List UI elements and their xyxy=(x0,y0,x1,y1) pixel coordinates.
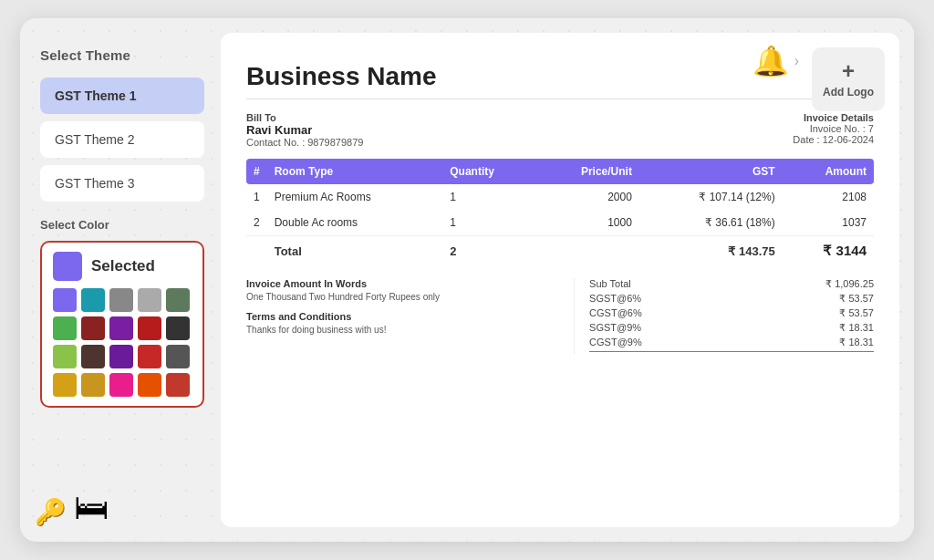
cell-total-empty2 xyxy=(535,236,639,266)
color-swatch-10[interactable] xyxy=(53,345,77,368)
sidebar: Select Theme GST Theme 1 GST Theme 2 GST… xyxy=(20,18,221,542)
color-swatch-4[interactable] xyxy=(166,288,190,312)
cell-no: 2 xyxy=(246,210,267,236)
invoice-details-section: Invoice Details Invoice No. : 7 Date : 1… xyxy=(793,112,874,148)
bottom-icons: 🔑 🛏 xyxy=(35,488,109,527)
tax-value: ₹ 18.31 xyxy=(839,337,874,348)
color-selector-box: Selected xyxy=(40,241,204,408)
tax-row-0: Sub Total₹ 1,096.25 xyxy=(589,278,874,290)
theme-item-gst3[interactable]: GST Theme 3 xyxy=(40,165,204,202)
col-no: # xyxy=(246,159,267,184)
divider xyxy=(246,99,874,99)
bill-to-label: Bill To xyxy=(246,112,363,123)
terms-text: Thanks for doing business with us! xyxy=(246,325,559,335)
selected-color-row: Selected xyxy=(53,252,192,281)
selected-color-swatch xyxy=(53,252,82,281)
color-swatch-13[interactable] xyxy=(138,345,161,368)
cell-total-qty: 2 xyxy=(442,236,535,266)
main-container: Select Theme GST Theme 1 GST Theme 2 GST… xyxy=(20,18,914,542)
bill-to-section: Bill To Ravi Kumar Contact No. : 9879879… xyxy=(246,112,363,148)
color-swatch-17[interactable] xyxy=(109,373,133,397)
cell-gst: ₹ 36.61 (18%) xyxy=(639,210,783,236)
theme-list: GST Theme 1 GST Theme 2 GST Theme 3 xyxy=(40,78,204,202)
cell-total-amount: ₹ 3144 xyxy=(783,236,874,266)
color-swatch-6[interactable] xyxy=(81,316,105,340)
col-quantity: Quantity xyxy=(442,159,535,184)
add-logo-label: Add Logo xyxy=(823,86,874,99)
color-swatch-16[interactable] xyxy=(81,373,105,397)
tax-row-3: SGST@9%₹ 18.31 xyxy=(589,322,874,334)
contact-number: Contact No. : 9879879879 xyxy=(246,137,363,148)
left-bottom: Invoice Amount In Words One Thousand Two… xyxy=(246,278,574,355)
tax-value: ₹ 53.57 xyxy=(839,293,874,305)
tax-label: CGST@6% xyxy=(589,307,642,319)
tax-row-1: SGST@6%₹ 53.57 xyxy=(589,293,874,305)
cell-type: Double Ac rooms xyxy=(267,210,443,236)
tax-label: Sub Total xyxy=(589,278,631,290)
invoice-details-label: Invoice Details xyxy=(793,112,874,123)
color-swatch-8[interactable] xyxy=(138,316,161,340)
cell-amount: 2108 xyxy=(783,184,874,210)
color-swatch-18[interactable] xyxy=(138,373,161,397)
terms-label: Terms and Conditions xyxy=(246,311,559,322)
selected-label: Selected xyxy=(91,257,155,275)
invoice-meta-row: Bill To Ravi Kumar Contact No. : 9879879… xyxy=(246,112,874,148)
invoice-amount-words: One Thousand Two Hundred Forty Rupees on… xyxy=(246,292,559,302)
color-swatch-2[interactable] xyxy=(109,288,133,312)
tax-value: ₹ 1,096.25 xyxy=(825,278,874,290)
color-swatch-3[interactable] xyxy=(138,288,161,312)
cell-type: Premium Ac Rooms xyxy=(267,184,443,210)
select-theme-title: Select Theme xyxy=(40,47,204,63)
color-swatch-7[interactable] xyxy=(109,316,133,340)
col-amount: Amount xyxy=(783,159,874,184)
plus-icon: + xyxy=(842,60,855,82)
bottom-section: Invoice Amount In Words One Thousand Two… xyxy=(246,278,874,355)
tax-row-4: CGST@9%₹ 18.31 xyxy=(589,337,874,352)
col-price: Price/Unit xyxy=(535,159,639,184)
col-gst: GST xyxy=(639,159,783,184)
color-swatch-1[interactable] xyxy=(81,288,105,312)
cell-qty: 1 xyxy=(442,184,535,210)
cell-total-label: Total xyxy=(267,236,443,266)
cell-price: 2000 xyxy=(535,184,639,210)
tax-value: ₹ 18.31 xyxy=(839,322,874,334)
bell-icon-area: 🔔 › xyxy=(752,44,799,78)
add-logo-button[interactable]: + Add Logo xyxy=(812,47,885,111)
theme-item-gst2[interactable]: GST Theme 2 xyxy=(40,121,204,158)
color-swatch-5[interactable] xyxy=(53,316,77,340)
cell-total-empty xyxy=(246,236,267,266)
table-row: 1 Premium Ac Rooms 1 2000 ₹ 107.14 (12%)… xyxy=(246,184,874,210)
invoice-date: Date : 12-06-2024 xyxy=(793,134,874,145)
table-header-row: # Room Type Quantity Price/Unit GST Amou… xyxy=(246,159,874,184)
select-color-title: Select Color xyxy=(40,218,204,232)
chevron-right-icon: › xyxy=(794,53,799,69)
tax-row-2: CGST@6%₹ 53.57 xyxy=(589,307,874,319)
color-swatch-12[interactable] xyxy=(109,345,133,368)
color-swatch-9[interactable] xyxy=(166,316,190,340)
invoice-number: Invoice No. : 7 xyxy=(793,123,874,134)
color-swatch-15[interactable] xyxy=(53,373,77,397)
color-swatch-19[interactable] xyxy=(166,373,190,397)
keys-icon: 🔑 xyxy=(35,497,67,527)
color-swatch-11[interactable] xyxy=(81,345,105,368)
theme-item-gst1[interactable]: GST Theme 1 xyxy=(40,78,204,114)
customer-name: Ravi Kumar xyxy=(246,123,363,137)
invoice-table: # Room Type Quantity Price/Unit GST Amou… xyxy=(246,159,874,265)
col-room-type: Room Type xyxy=(267,159,443,184)
right-bottom: Sub Total₹ 1,096.25SGST@6%₹ 53.57CGST@6%… xyxy=(574,278,874,355)
tax-label: SGST@6% xyxy=(589,293,641,305)
cell-gst: ₹ 107.14 (12%) xyxy=(639,184,783,210)
invoice-amount-label: Invoice Amount In Words xyxy=(246,278,559,289)
table-row: 2 Double Ac rooms 1 1000 ₹ 36.61 (18%) 1… xyxy=(246,210,874,236)
cell-no: 1 xyxy=(246,184,267,210)
color-swatch-14[interactable] xyxy=(166,345,190,368)
cell-price: 1000 xyxy=(535,210,639,236)
bed-icon: 🛏 xyxy=(74,488,109,527)
tax-value: ₹ 53.57 xyxy=(839,307,874,319)
cell-qty: 1 xyxy=(442,210,535,236)
cell-amount: 1037 xyxy=(783,210,874,236)
tax-label: CGST@9% xyxy=(589,337,642,348)
color-grid xyxy=(53,288,192,397)
color-swatch-0[interactable] xyxy=(53,288,77,312)
cell-total-gst: ₹ 143.75 xyxy=(639,236,783,266)
